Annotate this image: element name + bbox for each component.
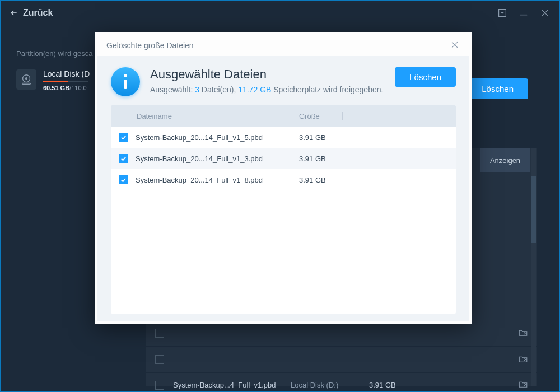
file-row[interactable]: System-Backup_20...14_Full_v1_8.pbd 3.91… (111, 169, 456, 190)
close-icon[interactable] (539, 7, 550, 18)
file-row[interactable]: System-Backup_20...14_Full_v1_3.pbd 3.91… (111, 148, 456, 169)
scrollbar[interactable] (531, 148, 536, 386)
bg-file-row[interactable]: System-Backup...4_Full_v1.pbd Local Disk… (146, 373, 537, 392)
checkbox[interactable] (155, 329, 164, 338)
titlebar-controls (497, 7, 550, 18)
svg-point-5 (26, 78, 27, 80)
disk-card[interactable]: Local Disk (D 60.51 GB/110.0 (16, 69, 90, 91)
dialog-subtext: Ausgewählt: 3 Datei(en), 11.72 GB Speich… (150, 84, 383, 96)
svg-rect-6 (22, 83, 31, 84)
file-row[interactable]: System-Backup_20...14_Full_v1_5.pbd 3.91… (111, 127, 456, 148)
info-icon (111, 67, 140, 96)
dialog-heading-block: Ausgewählte Dateien Ausgewählt: 3 Datei(… (150, 67, 383, 96)
dialog-title: Gelöschte große Dateien (106, 41, 194, 50)
bg-filename: System-Backup...4_Full_v1.pbd (173, 381, 291, 389)
dialog-titlebar: Gelöschte große Dateien (95, 32, 472, 56)
disk-icon (16, 69, 36, 90)
file-name: System-Backup_20...14_Full_v1_5.pbd (136, 133, 292, 142)
dialog-close-icon[interactable] (450, 40, 460, 50)
file-size: 3.91 GB (292, 155, 343, 163)
bg-location: Local Disk (D:) (291, 381, 369, 389)
open-folder-icon[interactable] (518, 354, 528, 365)
disk-info: Local Disk (D 60.51 GB/110.0 (43, 69, 90, 91)
dialog-header-row: Ausgewählte Dateien Ausgewählt: 3 Datei(… (111, 67, 456, 96)
col-filename[interactable]: Dateiname (136, 112, 292, 120)
bg-file-row[interactable] (146, 320, 537, 347)
file-table: Dateiname Größe System-Backup_20...14_Fu… (111, 105, 456, 314)
dialog-delete-button[interactable]: Löschen (395, 67, 456, 87)
minimize-icon[interactable] (518, 7, 529, 18)
file-table-header: Dateiname Größe (111, 105, 456, 127)
back-label: Zurück (23, 8, 53, 18)
checkbox-checked[interactable] (119, 133, 128, 142)
dropdown-icon[interactable] (497, 7, 508, 18)
checkbox-checked[interactable] (119, 175, 128, 184)
anzeigen-header[interactable]: Anzeigen (480, 148, 530, 172)
back-arrow-icon (10, 8, 18, 17)
titlebar: Zurück (0, 0, 560, 25)
bg-size: 3.91 GB (369, 381, 425, 389)
open-folder-icon[interactable] (518, 328, 528, 339)
checkbox[interactable] (155, 381, 164, 390)
checkbox-checked[interactable] (119, 154, 128, 163)
disk-size-label: 60.51 GB/110.0 (43, 85, 90, 91)
disk-usage-bar (43, 81, 88, 82)
svg-rect-10 (124, 80, 127, 89)
file-name: System-Backup_20...14_Full_v1_3.pbd (136, 155, 292, 163)
dialog-heading: Ausgewählte Dateien (150, 67, 383, 82)
file-size: 3.91 GB (292, 133, 343, 142)
dialog-body: Ausgewählte Dateien Ausgewählt: 3 Datei(… (97, 56, 469, 321)
bg-file-row[interactable] (146, 347, 537, 373)
selected-files-dialog: Gelöschte große Dateien Ausgewählte Date… (95, 32, 472, 324)
file-name: System-Backup_20...14_Full_v1_8.pbd (136, 176, 292, 184)
delete-button-main[interactable]: Löschen (467, 78, 528, 99)
svg-point-9 (124, 74, 127, 77)
back-button[interactable]: Zurück (10, 8, 53, 18)
scan-status-label: Partition(en) wird gesca (16, 49, 93, 58)
file-size: 3.91 GB (292, 176, 343, 184)
open-folder-icon[interactable] (518, 380, 528, 390)
col-size[interactable]: Größe (292, 112, 343, 120)
checkbox[interactable] (155, 355, 164, 364)
disk-name: Local Disk (D (43, 69, 90, 78)
